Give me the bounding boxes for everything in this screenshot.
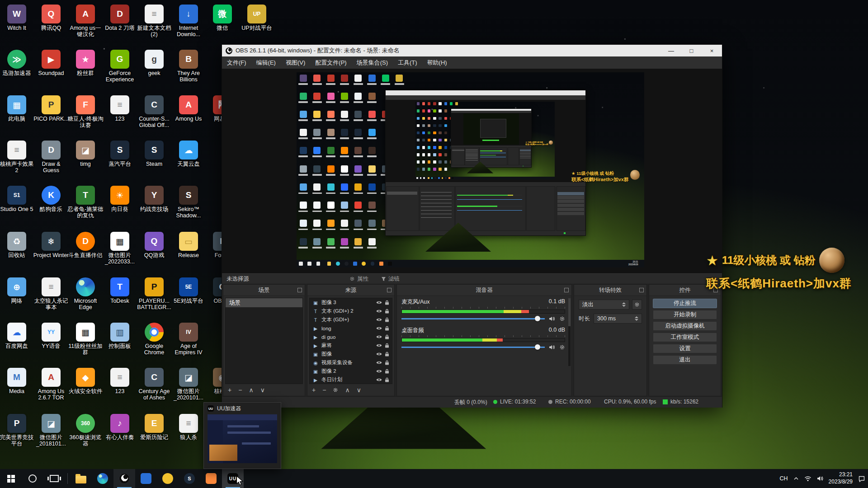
lock-icon[interactable] [385, 309, 389, 314]
source-row[interactable]: ▶di guo [310, 333, 392, 341]
network-button[interactable] [804, 476, 811, 482]
transitions-dock-header[interactable]: 转场特效 [574, 285, 646, 296]
taskbar-task-view[interactable] [43, 469, 65, 488]
desktop-icon[interactable]: T忍者龟-施莱德的复仇 [68, 186, 103, 219]
dock-float-icon[interactable] [564, 288, 569, 292]
source-lock[interactable] [385, 369, 389, 374]
desktop-icon[interactable]: ▶Soundpad [33, 50, 69, 76]
maximize-button[interactable]: □ [681, 45, 702, 56]
scene-item[interactable]: 场景 [226, 298, 302, 307]
desktop-icon[interactable]: BThey Are Billions [171, 50, 206, 83]
source-visibility[interactable] [376, 361, 382, 365]
source-row[interactable]: ▣图像 2 [310, 367, 392, 375]
desktop-icon[interactable]: ≡123 [102, 95, 137, 122]
taskbar-edge[interactable] [92, 469, 113, 488]
minimize-button[interactable]: — [661, 45, 681, 56]
desktop-icon[interactable]: ◆火绒安全软件 [68, 368, 103, 394]
scenes-toolbar-button-0[interactable]: + [228, 387, 231, 393]
desktop-icon[interactable]: ≡狼人杀 [171, 414, 206, 441]
source-row[interactable]: ◉视频采集设备 [310, 358, 392, 367]
source-visibility[interactable] [376, 378, 382, 382]
desktop-icon[interactable]: ≫迅游加速器 [0, 50, 34, 76]
desktop-icon[interactable]: ↓Internet Downlo... [171, 5, 206, 38]
duration-spinbox[interactable]: 300 ms [594, 314, 642, 324]
visibility-eye-icon[interactable] [376, 378, 382, 382]
volume-slider[interactable] [401, 318, 545, 319]
desktop-icon[interactable]: ▭Release [171, 232, 206, 258]
control-button-4[interactable]: 设置 [653, 344, 717, 353]
desktop-icon[interactable]: ★粉丝群 [68, 50, 103, 76]
source-visibility[interactable] [376, 352, 382, 356]
volume-button[interactable] [817, 476, 823, 481]
source-visibility[interactable] [376, 343, 382, 347]
desktop-icon[interactable]: ▥控制面板 [102, 323, 137, 349]
source-visibility[interactable] [376, 335, 382, 339]
source-visibility[interactable] [376, 309, 382, 313]
visibility-eye-icon[interactable] [376, 318, 382, 322]
source-lock[interactable] [385, 360, 389, 365]
source-lock[interactable] [385, 317, 389, 322]
taskbar-search[interactable] [22, 469, 43, 488]
desktop-icon[interactable]: Microsoft Edge [68, 277, 103, 311]
source-row[interactable]: ▶long [310, 324, 392, 333]
desktop-icon[interactable]: ≡123 [102, 368, 137, 394]
control-button-3[interactable]: 工作室模式 [653, 333, 717, 342]
lock-icon[interactable] [385, 300, 389, 305]
taskbar-start[interactable] [0, 469, 22, 488]
thumbnail-preview[interactable] [208, 414, 277, 463]
source-visibility[interactable] [376, 326, 382, 330]
visibility-eye-icon[interactable] [376, 309, 382, 313]
control-button-1[interactable]: 开始录制 [653, 310, 717, 319]
visibility-eye-icon[interactable] [376, 300, 382, 305]
properties-button[interactable]: 属性 [349, 275, 368, 283]
source-lock[interactable] [385, 343, 389, 348]
desktop-icon[interactable]: S1Studio One 5 [0, 186, 34, 212]
source-lock[interactable] [385, 352, 389, 357]
menu-item-3[interactable]: 配置文件(P) [310, 56, 351, 69]
desktop-icon[interactable]: ◪微信图片_2018101... [33, 414, 69, 447]
sources-move-button-1[interactable]: ∨ [357, 387, 361, 393]
source-visibility[interactable] [376, 300, 382, 305]
sources-toolbar-button-1[interactable]: − [322, 387, 326, 393]
desktop-icon[interactable]: ▦此电脑 [0, 95, 34, 122]
source-lock[interactable] [385, 334, 389, 339]
desktop-icon[interactable]: Q腾讯QQ [33, 5, 69, 31]
desktop-icon[interactable]: AAmong us一键汉化 [68, 5, 103, 38]
desktop-icon[interactable]: YYYY语音 [33, 323, 69, 349]
control-button-5[interactable]: 退出 [653, 355, 717, 365]
volume-slider[interactable] [401, 347, 545, 348]
source-visibility[interactable] [376, 369, 382, 373]
desktop-icon[interactable]: S蒸汽平台 [102, 141, 137, 167]
lock-icon[interactable] [385, 369, 389, 374]
control-button-2[interactable]: 启动虚拟摄像机 [653, 321, 717, 331]
desktop-icon[interactable]: ☀向日葵 [102, 186, 137, 212]
taskbar-clock[interactable]: 23:21 2023/8/29 [829, 471, 853, 485]
close-button[interactable]: × [702, 45, 722, 56]
speaker-icon[interactable] [549, 345, 555, 350]
desktop-icon[interactable]: ▦11级粉丝丝加群 [68, 323, 103, 356]
desktop-icon[interactable]: ▦微信图片_2022033... [102, 232, 137, 265]
desktop-icon[interactable]: WWitch It [0, 5, 34, 31]
desktop-icon[interactable]: ♪有心人伴奏 [102, 414, 137, 441]
gear-icon[interactable] [559, 344, 565, 350]
dock-float-icon[interactable] [639, 288, 644, 292]
mute-button[interactable] [549, 316, 555, 321]
desktop-icon[interactable]: ◪微信图片_2020101... [171, 368, 206, 401]
sources-settings-button[interactable] [333, 387, 338, 393]
source-visibility[interactable] [376, 318, 382, 322]
desktop-icon[interactable]: QQQ游戏 [137, 232, 172, 258]
mixer-scrollbar[interactable] [568, 298, 571, 366]
visibility-eye-icon[interactable] [376, 335, 382, 339]
dock-float-icon[interactable] [387, 288, 392, 292]
desktop-icon[interactable]: ☁天翼云盘 [171, 141, 206, 167]
sources-move-button-0[interactable]: ∧ [345, 387, 349, 393]
desktop-icon[interactable]: DDraw & Guess [33, 141, 69, 174]
source-row[interactable]: T文本 (GDI+) 2 [310, 307, 392, 315]
desktop-icon[interactable]: F糖豆人-终极淘汰赛 [68, 95, 103, 129]
desktop-icon[interactable]: SSteam [137, 141, 172, 167]
volume-slider-handle[interactable] [535, 344, 540, 350]
menu-item-6[interactable]: 帮助(H) [422, 56, 452, 69]
lock-icon[interactable] [385, 360, 389, 365]
desktop-icon[interactable]: Y约战竞技场 [137, 186, 172, 212]
transition-settings-button[interactable] [632, 300, 642, 310]
